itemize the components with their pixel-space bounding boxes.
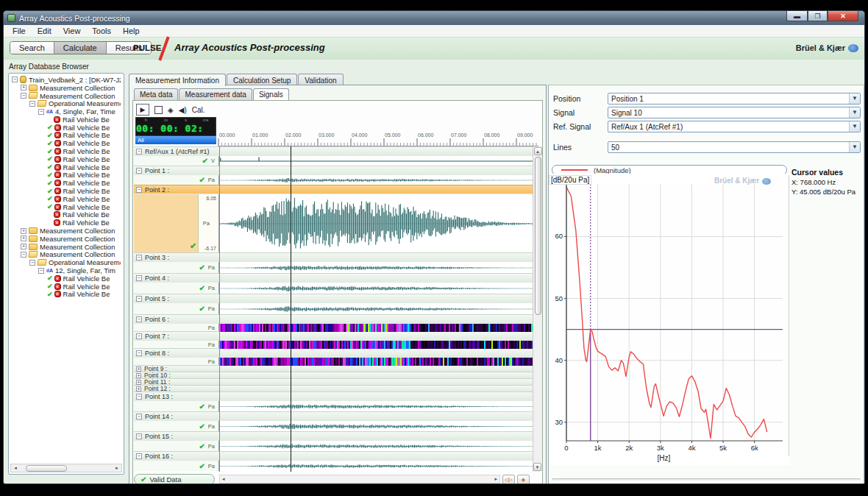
valid-data-button[interactable]: ✔ Valid Data xyxy=(134,474,215,485)
title-bar[interactable]: Array Acoustics Post-processing ▬ ❐ ✕ xyxy=(4,11,864,25)
play-button[interactable]: ▶ xyxy=(136,104,149,116)
timeline-ruler[interactable]: 00.00001.00002.00003.00004.00005.00006.0… xyxy=(218,130,538,146)
tree-item[interactable]: ✔✕Rail Vehicle Be xyxy=(10,132,121,140)
check-icon[interactable]: ✔ xyxy=(199,284,204,292)
scroll-down-icon[interactable]: ▼ xyxy=(533,463,541,471)
tree-item[interactable]: +Measurement Collection xyxy=(10,243,121,251)
tree-item[interactable]: ✔✕Rail Vehicle Be xyxy=(10,124,121,132)
track-header[interactable]: −Point 5 : xyxy=(134,294,537,302)
tree-item[interactable]: ✔✕Rail Vehicle Be xyxy=(10,195,121,203)
tree-item[interactable]: ✔✕Rail Vehicle Be xyxy=(10,283,121,291)
minimize-button[interactable]: ▬ xyxy=(786,11,808,21)
expand-icon[interactable]: + xyxy=(21,244,26,249)
scroll-right-icon[interactable]: ▸ xyxy=(494,476,497,482)
tree-item[interactable]: ✔✕Rail Vehicle Be xyxy=(10,179,121,187)
track-header[interactable]: +Point 12 : xyxy=(134,385,537,392)
track-header[interactable]: +Point 9 : xyxy=(134,365,537,372)
collapse-icon[interactable]: − xyxy=(136,453,142,459)
expand-icon[interactable]: + xyxy=(136,373,141,378)
collapse-icon[interactable]: − xyxy=(21,252,26,258)
ref-signal-dropdown[interactable]: Ref/Aux 1 (AtcRef #1)▼ xyxy=(608,121,861,132)
time-cursor[interactable] xyxy=(291,146,291,472)
tree-item[interactable]: ✕Rail Vehicle Be xyxy=(10,116,121,124)
chevron-down-icon[interactable]: ▼ xyxy=(849,93,860,104)
check-icon[interactable]: ✔ xyxy=(199,462,204,470)
tree-item[interactable]: −ılA4, Single, Far, Time xyxy=(10,107,121,116)
collapse-icon[interactable]: − xyxy=(136,414,142,419)
tab-measurement-data[interactable]: Measurement data xyxy=(179,88,252,100)
lines-dropdown[interactable]: 50▼ xyxy=(608,141,861,153)
collapse-icon[interactable]: − xyxy=(29,101,35,107)
tree-item[interactable]: ✔✕Rail Vehicle Be xyxy=(10,274,121,283)
tracks-horizontal-scrollbar[interactable]: ◂ ▸ xyxy=(219,475,500,483)
collapse-icon[interactable]: − xyxy=(136,275,142,281)
restore-button[interactable]: ❐ xyxy=(808,11,828,21)
track-header[interactable]: −Point 1 : xyxy=(134,166,537,174)
check-icon[interactable]: ✔ xyxy=(199,442,204,450)
scroll-right-icon[interactable]: ▸ xyxy=(113,464,121,472)
track-header[interactable]: −Point 6 : xyxy=(134,314,537,323)
collapse-icon[interactable]: − xyxy=(12,77,18,82)
track-header[interactable]: −Point 13 : xyxy=(134,392,537,400)
menu-edit[interactable]: Edit xyxy=(32,26,57,35)
collapse-icon[interactable]: − xyxy=(136,168,142,174)
tree-item[interactable]: ✕Rail Vehicle Be xyxy=(10,219,121,227)
tree-item[interactable]: +Measurement Collection xyxy=(10,227,121,235)
tree-item[interactable]: −ılA12, Single, Far, Tim xyxy=(10,266,121,274)
collapse-icon[interactable]: − xyxy=(21,93,26,99)
collapse-icon[interactable]: − xyxy=(136,149,142,155)
track-header[interactable]: −Point 8 : xyxy=(134,348,537,357)
scrollbar-thumb[interactable] xyxy=(26,465,67,472)
track-header[interactable]: −Point 4 : xyxy=(134,273,537,282)
tree-item[interactable]: −Measurement Collection xyxy=(10,251,121,259)
check-icon[interactable]: ✔ xyxy=(199,403,204,411)
check-icon[interactable]: ✔ xyxy=(190,241,196,251)
tree-item[interactable]: −Operational Measureme xyxy=(10,99,121,107)
horizontal-zoom-button[interactable]: ◁▷ xyxy=(502,475,515,484)
check-icon[interactable]: ✔ xyxy=(199,263,204,272)
collapse-icon[interactable]: − xyxy=(136,316,142,322)
tree-item[interactable]: ✔✕Rail Vehicle Be xyxy=(10,163,121,171)
tree-item[interactable]: ✔✕Rail Vehicle Be xyxy=(10,203,121,211)
expand-icon[interactable]: + xyxy=(21,235,26,241)
tree-item[interactable]: ✔✕Rail Vehicle Be xyxy=(10,155,121,163)
scroll-left-icon[interactable]: ◂ xyxy=(11,464,20,472)
track-header[interactable]: −Point 2 : xyxy=(134,185,537,194)
menu-tools[interactable]: Tools xyxy=(86,26,117,35)
calculate-button[interactable]: Calculate xyxy=(54,42,107,54)
tree-item[interactable]: ✕Rail Vehicle Be xyxy=(10,211,121,219)
track-header[interactable]: −Point 16 : xyxy=(134,451,537,460)
track-header[interactable]: −Point 15 : xyxy=(134,431,537,440)
track-header[interactable]: −Point 14 : xyxy=(134,411,537,420)
menu-file[interactable]: File xyxy=(7,26,32,35)
collapse-icon[interactable]: − xyxy=(136,255,142,261)
speaker-icon[interactable]: ◀) xyxy=(179,106,187,114)
check-icon[interactable]: ✔ xyxy=(199,176,204,184)
tree-horizontal-scrollbar[interactable]: ◂ ▸ xyxy=(10,464,122,472)
expand-icon[interactable]: + xyxy=(136,386,141,392)
chevron-down-icon[interactable]: ▼ xyxy=(849,121,860,132)
position-dropdown[interactable]: Position 1▼ xyxy=(608,93,861,104)
chevron-down-icon[interactable]: ▼ xyxy=(849,107,860,118)
search-button[interactable]: Search xyxy=(10,42,54,54)
scrollbar-thumb[interactable] xyxy=(535,157,541,315)
check-icon[interactable]: ✔ xyxy=(199,305,204,313)
tree-item[interactable]: ✔✕Rail Vehicle Be xyxy=(10,139,121,147)
track-header[interactable]: +Point 11 : xyxy=(134,378,537,385)
expand-icon[interactable]: + xyxy=(21,85,26,91)
menu-view[interactable]: View xyxy=(57,26,87,35)
marker-icon[interactable]: ◈ xyxy=(168,106,174,114)
track-header[interactable]: +Point 10 : xyxy=(134,372,537,378)
chevron-down-icon[interactable]: ▼ xyxy=(849,142,860,152)
collapse-icon[interactable]: − xyxy=(136,394,142,400)
tree-item[interactable]: −Train_Vedbaek_2 : [DK-W7-JZ xyxy=(10,76,121,84)
collapse-icon[interactable]: − xyxy=(29,260,35,266)
magnitude-chart[interactable]: 3040506001k2k3k4k5k6k[Hz] xyxy=(550,174,790,465)
tree-item[interactable]: +Measurement Collection xyxy=(10,235,121,243)
collapse-icon[interactable]: − xyxy=(136,296,142,302)
vertical-zoom-button[interactable]: ◈ xyxy=(517,475,530,484)
tracks-vertical-scrollbar[interactable]: ▲ ▼ xyxy=(533,146,542,472)
collapse-icon[interactable]: − xyxy=(38,109,44,115)
tree-item[interactable]: ✔✕Rail Vehicle Be xyxy=(10,147,121,155)
tree-item[interactable]: +Measurement Collection xyxy=(10,84,121,92)
